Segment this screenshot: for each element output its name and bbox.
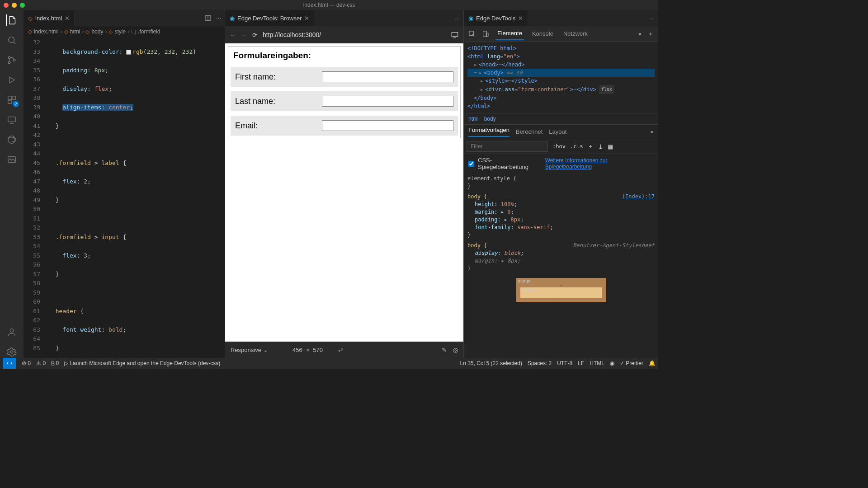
hov-button[interactable]: :hov	[552, 143, 566, 150]
inspect-icon[interactable]: ◎	[453, 347, 458, 353]
device-dropdown[interactable]: Responsive ⌄	[231, 347, 268, 353]
uas-label: Benutzer-Agent-Stylesheet	[573, 242, 655, 249]
crumb-html[interactable]: html	[468, 116, 479, 122]
mirror-checkbox[interactable]	[468, 161, 474, 167]
dom-form-container[interactable]: <div class="form-container">⋯</div> flex	[467, 85, 655, 94]
debug-icon[interactable]	[6, 74, 18, 86]
plus-icon[interactable]: ＋	[648, 30, 654, 38]
reload-icon[interactable]: ⟳	[252, 32, 257, 38]
dom-html[interactable]: <html lang="en">	[467, 52, 655, 61]
window-controls	[4, 3, 25, 8]
dom-head[interactable]: <head>⋯</head>	[467, 61, 655, 69]
status-ports[interactable]: ⎘ 0	[51, 360, 59, 366]
flex-badge[interactable]: flex	[599, 85, 614, 94]
input-email[interactable]	[322, 120, 453, 131]
input-first-name[interactable]	[322, 71, 453, 82]
more-icon[interactable]: ···	[650, 15, 655, 22]
launch-edge-button[interactable]: ▷ Launch Microsoft Edge and open the Edg…	[64, 360, 220, 366]
box-model: margin - border -	[516, 278, 606, 302]
back-icon[interactable]: ←	[230, 32, 236, 38]
status-edge-icon[interactable]: ◉	[610, 360, 614, 366]
panel-icon[interactable]: ▦	[608, 143, 613, 150]
tab-index-html[interactable]: ◇ index.html ✕	[24, 10, 75, 26]
gallery-icon[interactable]	[6, 154, 18, 165]
svg-rect-13	[452, 33, 458, 37]
gear-icon[interactable]	[6, 346, 18, 358]
tab-elements[interactable]: Elemente	[495, 27, 524, 40]
remote-icon[interactable]	[6, 114, 18, 126]
input-last-name[interactable]	[322, 96, 453, 107]
eyedropper-icon[interactable]: ✎	[442, 347, 447, 353]
style-tabs: Formatvorlagen Berechnet Layout »	[464, 125, 658, 139]
breadcrumb-item[interactable]: body	[91, 28, 103, 35]
rotate-icon[interactable]: ⇄	[338, 347, 343, 353]
breadcrumb-item[interactable]: index.html	[34, 28, 59, 35]
extensions-icon[interactable]: 2	[6, 94, 18, 106]
formfield-last-name: Last name:	[231, 91, 458, 111]
line-gutter: 3233343536373839404142434445464748495051…	[24, 37, 48, 358]
maximize-icon[interactable]	[20, 3, 25, 8]
close-icon[interactable]	[4, 3, 9, 8]
status-bell-icon[interactable]: 🔔	[649, 360, 656, 366]
plus-icon[interactable]: ＋	[588, 142, 594, 150]
status-spaces[interactable]: Spaces: 2	[528, 360, 552, 366]
viewport-height[interactable]: 570	[313, 347, 323, 353]
tab-network[interactable]: Netzwerk	[561, 28, 590, 40]
dom-body[interactable]: ⋯<body> == $0	[467, 69, 655, 77]
tab-styles[interactable]: Formatvorlagen	[468, 127, 509, 137]
tab-browser[interactable]: ◉ Edge DevTools: Browser ✕	[225, 10, 314, 26]
url-bar[interactable]: http://localhost:3000/	[263, 31, 445, 38]
tab-console[interactable]: Konsole	[530, 28, 555, 40]
cls-button[interactable]: .cls	[570, 143, 583, 150]
close-icon[interactable]: ✕	[518, 15, 523, 22]
more-icon[interactable]: ···	[216, 14, 221, 22]
close-icon[interactable]: ✕	[304, 15, 309, 22]
status-bar: ⊘ 0 ⚠ 0 ⎘ 0 ▷ Launch Microsoft Edge and …	[0, 358, 658, 369]
source-link[interactable]: (Index):17	[622, 193, 655, 201]
edge-icon[interactable]	[6, 134, 18, 145]
tab-devtools[interactable]: ◉ Edge DevTools ✕	[464, 10, 528, 26]
split-icon[interactable]	[204, 14, 212, 22]
edge-icon: ◉	[230, 15, 235, 22]
tab-layout[interactable]: Layout	[549, 128, 566, 135]
mirror-link[interactable]: Weitere Informationen zur Spiegelbearbei…	[545, 157, 654, 170]
viewport-width[interactable]: 456	[292, 347, 302, 353]
editor-body[interactable]: 3233343536373839404142434445464748495051…	[24, 37, 225, 358]
chevron-right-icon[interactable]: »	[638, 30, 642, 37]
search-icon[interactable]	[6, 34, 18, 46]
style-filter-input[interactable]	[467, 141, 548, 152]
breadcrumb-item[interactable]: html	[70, 28, 80, 35]
remote-indicator[interactable]	[3, 358, 16, 369]
close-icon[interactable]: ✕	[65, 15, 70, 22]
status-errors[interactable]: ⊘ 0	[22, 360, 31, 366]
tab-computed[interactable]: Berechnet	[516, 128, 542, 135]
screencast-icon[interactable]	[451, 31, 459, 39]
more-icon[interactable]: ···	[455, 15, 460, 22]
account-icon[interactable]	[6, 326, 18, 338]
breadcrumb-item[interactable]: style	[114, 28, 126, 35]
breadcrumb-item[interactable]: .formfield	[138, 28, 160, 35]
status-lang[interactable]: HTML	[590, 360, 604, 366]
status-encoding[interactable]: UTF-8	[557, 360, 572, 366]
minimize-icon[interactable]	[12, 3, 17, 8]
forward-icon[interactable]: →	[241, 32, 247, 38]
explorer-icon[interactable]	[6, 14, 18, 26]
source-control-icon[interactable]	[6, 54, 18, 66]
code-area[interactable]: background-color: rgb(232, 232, 232) pad…	[48, 37, 225, 358]
device-icon[interactable]	[482, 30, 489, 38]
chevron-right-icon[interactable]: »	[651, 128, 654, 135]
status-eol[interactable]: LF	[578, 360, 584, 366]
tab-label: Edge DevTools	[476, 15, 515, 22]
style-rules[interactable]: element.style { } (Index):17body { heigh…	[464, 173, 658, 274]
crumb-body[interactable]: body	[484, 116, 496, 122]
breadcrumb[interactable]: ◇ index.html› ◇html› ◇body› ◇style› ⬚.fo…	[24, 26, 225, 37]
status-cursor[interactable]: Ln 35, Col 5 (22 selected)	[460, 360, 522, 366]
status-prettier[interactable]: ✓ Prettier	[620, 360, 643, 366]
inspect-icon[interactable]	[468, 30, 476, 38]
dom-crumbs[interactable]: html body	[464, 113, 658, 125]
status-warnings[interactable]: ⚠ 0	[36, 360, 46, 366]
dom-tree[interactable]: <!DOCTYPE html> <html lang="en"> <head>⋯…	[464, 42, 658, 113]
dom-html-close: </html>	[467, 102, 655, 110]
dom-style[interactable]: <style>⋯</style>	[467, 77, 655, 85]
pin-icon[interactable]: ⤓	[598, 143, 603, 150]
